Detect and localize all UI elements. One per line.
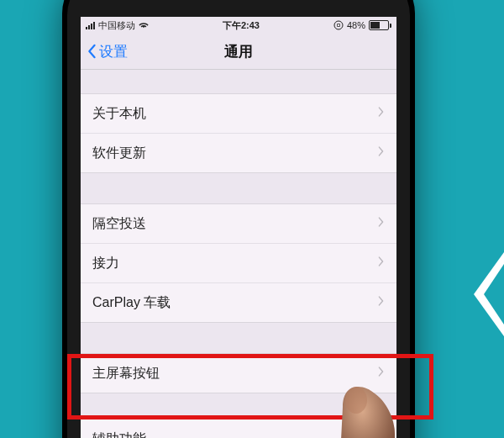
settings-group-1: 关于本机 软件更新 (81, 93, 396, 173)
row-label: 辅助功能 (92, 430, 146, 439)
row-accessibility[interactable]: 辅助功能 (81, 420, 396, 438)
row-airdrop[interactable]: 隔空投送 (81, 204, 396, 244)
settings-group-3: 主屏幕按钮 (81, 353, 396, 393)
svg-marker-0 (474, 252, 504, 336)
chevron-right-icon (377, 366, 385, 381)
chevron-right-icon (377, 106, 385, 121)
chevron-right-icon (377, 145, 385, 161)
row-home-button[interactable]: 主屏幕按钮 (81, 354, 396, 393)
wifi-icon (139, 20, 149, 30)
chevron-left-icon (86, 44, 97, 59)
phone-screen: 中国移动 下午2:43 48% 设置 通用 (81, 17, 396, 438)
row-handoff[interactable]: 接力 (81, 244, 396, 283)
row-label: 关于本机 (92, 105, 146, 123)
status-left: 中国移动 (86, 19, 149, 32)
orientation-lock-icon (333, 20, 344, 30)
row-software-update[interactable]: 软件更新 (81, 134, 396, 172)
status-right: 48% (333, 20, 391, 30)
row-carplay[interactable]: CarPlay 车载 (81, 283, 396, 322)
phone-frame: 中国移动 下午2:43 48% 设置 通用 (62, 0, 415, 438)
back-button[interactable]: 设置 (86, 42, 128, 61)
row-label: 隔空投送 (92, 215, 146, 233)
battery-percent: 48% (347, 20, 365, 30)
chevron-right-icon (377, 295, 385, 310)
signal-icon (86, 22, 95, 29)
row-label: 软件更新 (92, 145, 146, 162)
settings-group-4: 辅助功能 (81, 419, 396, 438)
page-title: 通用 (224, 42, 253, 61)
chevron-right-icon (377, 256, 385, 271)
decorative-accent (465, 252, 504, 336)
carrier-label: 中国移动 (98, 19, 135, 32)
status-bar: 中国移动 下午2:43 48% (81, 17, 396, 34)
svg-point-2 (334, 21, 343, 29)
battery-icon (369, 20, 391, 30)
row-label: 接力 (92, 255, 119, 272)
chevron-right-icon (377, 431, 385, 438)
nav-bar: 设置 通用 (81, 34, 396, 70)
stage: 中国移动 下午2:43 48% 设置 通用 (0, 0, 504, 438)
status-time: 下午2:43 (223, 19, 260, 32)
row-label: CarPlay 车载 (92, 294, 171, 312)
row-about[interactable]: 关于本机 (81, 94, 396, 134)
settings-group-2: 隔空投送 接力 CarPlay 车载 (81, 203, 396, 323)
chevron-right-icon (377, 216, 385, 231)
svg-marker-1 (484, 264, 504, 325)
row-label: 主屏幕按钮 (92, 365, 160, 383)
back-label: 设置 (99, 42, 128, 61)
